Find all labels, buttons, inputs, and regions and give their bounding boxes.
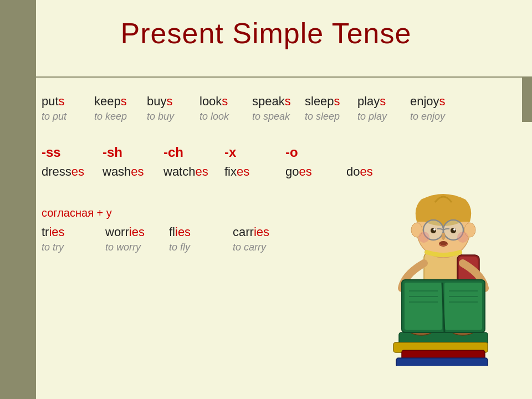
- verb-sleeps: sleeps: [305, 94, 357, 109]
- svg-point-33: [453, 228, 456, 231]
- left-bar: [0, 0, 36, 399]
- inf-fly: to fly: [169, 242, 233, 253]
- svg-point-31: [451, 228, 456, 233]
- inf-carry: to carry: [233, 242, 296, 253]
- inf-try: to try: [42, 242, 105, 253]
- verb-flies: flies: [169, 225, 233, 239]
- inf-worry: to worry: [105, 242, 169, 253]
- verb-watches: watches: [163, 165, 224, 179]
- suffix-ch: -ch: [163, 145, 224, 160]
- suffix-ss: -ss: [42, 145, 103, 160]
- verb-washes: washes: [103, 165, 163, 179]
- verb-buys: buys: [147, 94, 200, 109]
- svg-point-36: [457, 232, 468, 243]
- page-title: Present Simple Tense: [0, 0, 532, 61]
- inf-sleep: to sleep: [305, 111, 357, 122]
- inf-speak: to speak: [252, 111, 305, 122]
- inf-play: to play: [357, 111, 410, 122]
- verb-forms-row: puts keeps buys looks speaks sleeps play…: [42, 94, 515, 109]
- verb-fixes: fixes: [224, 165, 285, 179]
- verb-goes: goes: [285, 165, 346, 179]
- inf-enjoy: to enjoy: [410, 111, 463, 122]
- suffix-row: -ss -sh -ch -x -o: [42, 145, 515, 160]
- svg-rect-10: [405, 283, 442, 330]
- svg-point-30: [431, 228, 436, 233]
- verb-puts: puts: [42, 94, 94, 109]
- inf-put: to put: [42, 111, 94, 122]
- inf-buy: to buy: [147, 111, 200, 122]
- right-bar: [522, 78, 532, 122]
- svg-point-35: [418, 232, 429, 243]
- suffix-sh: -sh: [103, 145, 163, 160]
- top-divider: [36, 76, 532, 78]
- inf-look: to look: [200, 111, 252, 122]
- verb-speaks: speaks: [252, 94, 305, 109]
- infinitives-row: to put to keep to buy to look to speak t…: [42, 111, 515, 122]
- verb-enjoys: enjoys: [410, 94, 463, 109]
- verb-dresses: dresses: [42, 165, 103, 179]
- inf-keep: to keep: [94, 111, 147, 122]
- svg-rect-11: [444, 283, 482, 330]
- verb-tries: tries: [42, 225, 105, 239]
- suffix-o: -o: [285, 145, 346, 160]
- verb-looks: looks: [200, 94, 252, 109]
- verb-worries: worries: [105, 225, 169, 239]
- suffix-x: -x: [224, 145, 285, 160]
- verb-keeps: keeps: [94, 94, 147, 109]
- verb-carries: carries: [233, 225, 296, 239]
- boy-illustration: [371, 166, 515, 360]
- svg-rect-3: [396, 358, 488, 366]
- verb-plays: plays: [357, 94, 410, 109]
- svg-point-32: [433, 228, 436, 231]
